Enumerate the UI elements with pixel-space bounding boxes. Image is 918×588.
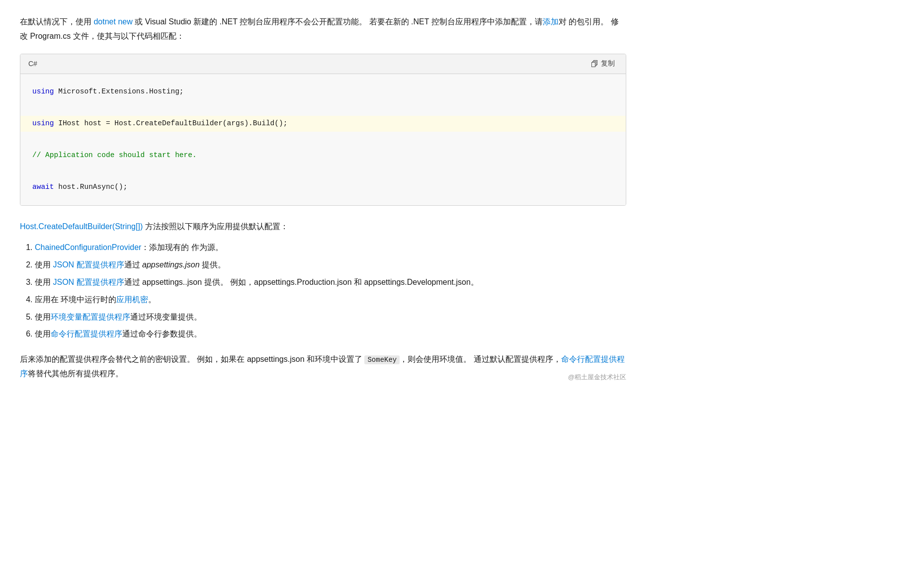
list-item-2-prefix: 使用 bbox=[35, 260, 53, 269]
footer-text-2: ，则会使用环境值。 通过默认配置提供程序， bbox=[400, 355, 561, 363]
list-item-4-prefix: 应用在 环境中运行时的 bbox=[35, 295, 116, 304]
code-rest-2: IHost host = Host.CreateDefaultBuilder(a… bbox=[54, 119, 288, 127]
copy-icon: 🗍 bbox=[591, 60, 598, 68]
dotnet-new-link[interactable]: dotnet new bbox=[93, 17, 132, 26]
footer-text-1: 后来添加的配置提供程序会替代之前的密钥设置。 例如，如果在 appsetting… bbox=[20, 355, 364, 363]
cmd-line-link-1[interactable]: 命令行配置提供程序 bbox=[51, 330, 122, 338]
keyword-await: await bbox=[32, 183, 54, 191]
intro-text-1: 在默认情况下，使用 bbox=[20, 17, 93, 26]
code-block-body: using Microsoft.Extensions.Hosting; usin… bbox=[20, 74, 626, 205]
code-line-3: // Application code should start here. bbox=[32, 148, 614, 164]
list-item-5-prefix: 使用 bbox=[35, 313, 51, 321]
code-line-2: using IHost host = Host.CreateDefaultBui… bbox=[20, 116, 626, 132]
code-rest-1: Microsoft.Extensions.Hosting; bbox=[54, 87, 184, 95]
chained-config-link[interactable]: ChainedConfigurationProvider bbox=[35, 243, 141, 252]
code-line-1: using Microsoft.Extensions.Hosting; bbox=[32, 84, 614, 100]
env-var-link[interactable]: 环境变量配置提供程序 bbox=[51, 313, 130, 321]
section-title-text: 方法按照以下顺序为应用提供默认配置： bbox=[143, 222, 288, 231]
copy-button[interactable]: 🗍 复制 bbox=[588, 58, 618, 69]
list-item-2: 使用 JSON 配置提供程序通过 appsettings.json 提供。 bbox=[35, 258, 626, 272]
list-item-3: 使用 JSON 配置提供程序通过 appsettings..json 提供。 例… bbox=[35, 275, 626, 290]
host-create-link[interactable]: Host.CreateDefaultBuilder(String[]) bbox=[20, 222, 143, 231]
keyword-using-1: using bbox=[32, 87, 54, 95]
list-item-5-suffix: 通过环境变量提供。 bbox=[130, 313, 202, 321]
code-comment: // Application code should start here. bbox=[32, 151, 197, 159]
list-item-4: 应用在 环境中运行时的应用机密。 bbox=[35, 293, 626, 307]
code-line-4: await host.RunAsync(); bbox=[32, 179, 614, 195]
list-item-6: 使用命令行配置提供程序通过命令行参数提供。 bbox=[35, 327, 626, 341]
config-list: ChainedConfigurationProvider：添加现有的 作为源。 … bbox=[35, 241, 626, 341]
appsettings-json-italic: appsettings.json bbox=[142, 260, 200, 269]
code-language-label: C# bbox=[28, 58, 37, 70]
code-line-empty-1 bbox=[32, 100, 614, 116]
intro-text-2: 或 Visual Studio 新建的 .NET 控制台应用程序不会公开配置功能… bbox=[133, 17, 543, 26]
list-item-3-text: 通过 appsettings..json 提供。 例如，appsettings.… bbox=[124, 278, 479, 286]
list-item-2-suffix: 提供。 bbox=[200, 260, 226, 269]
list-item-4-suffix: 。 bbox=[148, 295, 156, 304]
json-config-link-1[interactable]: JSON 配置提供程序 bbox=[53, 260, 124, 269]
list-item-6-suffix: 通过命令行参数提供。 bbox=[122, 330, 202, 338]
code-rest-4: host.RunAsync(); bbox=[54, 183, 128, 191]
list-item-6-prefix: 使用 bbox=[35, 330, 51, 338]
intro-paragraph: 在默认情况下，使用 dotnet new 或 Visual Studio 新建的… bbox=[20, 15, 626, 44]
code-block-wrapper: C# 🗍 复制 using Microsoft.Extensions.Hosti… bbox=[20, 54, 626, 206]
section-title: Host.CreateDefaultBuilder(String[]) 方法按照… bbox=[20, 220, 626, 234]
footer-paragraph: 后来添加的配置提供程序会替代之前的密钥设置。 例如，如果在 appsetting… bbox=[20, 352, 626, 381]
keyword-using-2: using bbox=[32, 119, 54, 127]
list-item-3-prefix: 使用 bbox=[35, 278, 53, 286]
list-item-1: ChainedConfigurationProvider：添加现有的 作为源。 bbox=[35, 241, 626, 255]
footer-text-3: 将替代其他所有提供程序。 bbox=[28, 369, 123, 378]
some-key-inline-code: SomeKey bbox=[364, 355, 400, 364]
add-link[interactable]: 添加 bbox=[543, 17, 559, 26]
json-config-link-2[interactable]: JSON 配置提供程序 bbox=[53, 278, 124, 286]
copy-label: 复制 bbox=[601, 59, 615, 68]
list-item-2-middle: 通过 bbox=[124, 260, 142, 269]
watermark: @稻土屋金技术社区 bbox=[568, 371, 626, 383]
list-item-1-text: ：添加现有的 作为源。 bbox=[141, 243, 223, 252]
code-block-header: C# 🗍 复制 bbox=[20, 54, 626, 75]
code-line-empty-3 bbox=[32, 164, 614, 179]
code-line-empty-2 bbox=[32, 132, 614, 148]
app-secrets-link[interactable]: 应用机密 bbox=[116, 295, 148, 304]
list-item-5: 使用环境变量配置提供程序通过环境变量提供。 bbox=[35, 310, 626, 325]
